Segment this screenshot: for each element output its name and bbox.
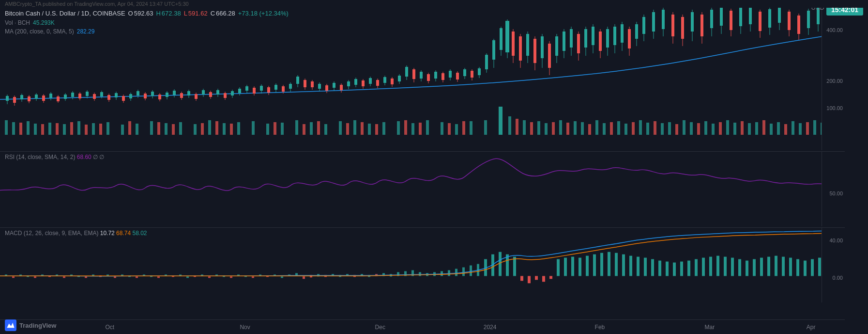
svg-rect-21 xyxy=(281,123,284,135)
svg-rect-24 xyxy=(324,124,327,135)
svg-rect-258 xyxy=(555,36,558,56)
svg-rect-359 xyxy=(252,276,254,278)
svg-rect-118 xyxy=(49,94,52,98)
svg-rect-194 xyxy=(325,85,328,91)
rsi-svg xyxy=(0,152,845,226)
x-label-oct: Oct xyxy=(106,324,115,331)
macd-svg xyxy=(0,228,845,302)
svg-rect-160 xyxy=(202,90,205,95)
svg-rect-353 xyxy=(208,276,211,278)
svg-rect-314 xyxy=(797,16,800,34)
svg-rect-346 xyxy=(157,276,160,278)
price-label-100: 100.00 xyxy=(826,105,843,111)
svg-rect-308 xyxy=(768,9,771,28)
svg-rect-226 xyxy=(442,73,444,80)
svg-rect-170 xyxy=(238,89,241,93)
svg-rect-34 xyxy=(470,121,472,135)
svg-rect-413 xyxy=(644,258,647,276)
svg-rect-188 xyxy=(304,80,306,87)
svg-rect-39 xyxy=(70,122,73,135)
svg-rect-399 xyxy=(542,276,545,282)
svg-rect-49 xyxy=(303,124,305,135)
svg-rect-97 xyxy=(784,124,787,135)
rsi-label-50: 50.00 xyxy=(829,191,843,196)
svg-rect-17 xyxy=(223,123,226,135)
price-label-200: 200.00 xyxy=(826,78,843,84)
svg-rect-9 xyxy=(107,122,109,135)
svg-rect-116 xyxy=(42,95,45,101)
svg-rect-37 xyxy=(41,124,44,135)
svg-rect-31 xyxy=(426,120,429,135)
open-label: O592.63 xyxy=(128,9,153,18)
x-axis: Oct Nov Dec 2024 Feb Mar Apr xyxy=(0,319,845,334)
svg-rect-232 xyxy=(463,69,466,76)
svg-rect-222 xyxy=(427,74,430,81)
svg-rect-75 xyxy=(624,124,627,135)
svg-rect-412 xyxy=(637,257,640,276)
volume-value: 45.293K xyxy=(33,18,55,27)
svg-rect-278 xyxy=(628,29,631,48)
tradingview-logo: TradingView xyxy=(5,319,56,331)
svg-rect-78 xyxy=(646,123,649,135)
svg-rect-168 xyxy=(231,91,234,95)
high-label: H672.38 xyxy=(156,9,181,18)
svg-rect-74 xyxy=(617,121,620,135)
svg-rect-66 xyxy=(559,120,562,135)
svg-rect-401 xyxy=(557,259,560,276)
svg-rect-434 xyxy=(796,259,799,276)
svg-rect-154 xyxy=(180,93,183,98)
svg-rect-333 xyxy=(63,276,65,278)
svg-rect-276 xyxy=(621,24,624,43)
svg-rect-398 xyxy=(535,276,538,280)
svg-rect-386 xyxy=(448,270,450,276)
svg-rect-405 xyxy=(586,256,589,276)
svg-rect-81 xyxy=(668,122,671,135)
svg-rect-420 xyxy=(695,259,698,276)
svg-rect-62 xyxy=(530,122,533,135)
svg-rect-431 xyxy=(775,256,777,276)
svg-rect-329 xyxy=(34,276,36,278)
publisher-text: AMBCrypto_TA published on TradingView.co… xyxy=(5,1,189,7)
svg-rect-150 xyxy=(166,93,168,97)
svg-rect-234 xyxy=(471,71,473,78)
svg-rect-32 xyxy=(441,122,443,135)
svg-rect-55 xyxy=(419,123,422,135)
svg-rect-2 xyxy=(12,122,15,135)
svg-rect-218 xyxy=(412,69,415,79)
macd-val2: 68.74 xyxy=(116,230,131,237)
svg-rect-35 xyxy=(484,120,487,135)
svg-rect-166 xyxy=(224,93,227,98)
svg-rect-132 xyxy=(100,92,103,96)
svg-rect-50 xyxy=(317,121,320,135)
svg-rect-286 xyxy=(662,10,665,29)
svg-rect-79 xyxy=(654,121,656,135)
svg-rect-25 xyxy=(339,121,342,135)
macd-val1: 10.72 xyxy=(100,230,115,237)
tradingview-icon xyxy=(5,319,16,331)
svg-rect-93 xyxy=(755,122,758,135)
svg-rect-238 xyxy=(485,55,488,69)
svg-rect-402 xyxy=(564,258,567,276)
svg-rect-393 xyxy=(499,252,502,276)
header-line2: Vol · BCH 45.293K xyxy=(5,18,289,27)
svg-rect-421 xyxy=(702,258,705,276)
svg-rect-429 xyxy=(760,258,763,276)
svg-rect-70 xyxy=(588,124,591,135)
x-label-feb: Feb xyxy=(595,324,605,331)
svg-rect-30 xyxy=(411,123,414,135)
svg-rect-20 xyxy=(266,124,269,135)
svg-rect-44 xyxy=(172,124,175,135)
rsi-panel: RSI (14, close, SMA, 14, 2) 68.60 ∅ ∅ 50… xyxy=(0,151,845,226)
chart-title: Bitcoin Cash / U.S. Dollar / 1D, COINBAS… xyxy=(5,9,125,18)
svg-rect-68 xyxy=(574,121,577,135)
svg-rect-441 xyxy=(5,319,16,331)
svg-rect-56 xyxy=(448,123,451,135)
svg-rect-91 xyxy=(741,121,744,135)
svg-rect-395 xyxy=(513,257,516,276)
svg-rect-59 xyxy=(508,116,511,135)
svg-rect-60 xyxy=(516,119,518,135)
svg-rect-22 xyxy=(295,120,298,135)
svg-rect-270 xyxy=(599,32,602,51)
svg-rect-152 xyxy=(173,91,176,95)
svg-rect-256 xyxy=(548,44,551,68)
